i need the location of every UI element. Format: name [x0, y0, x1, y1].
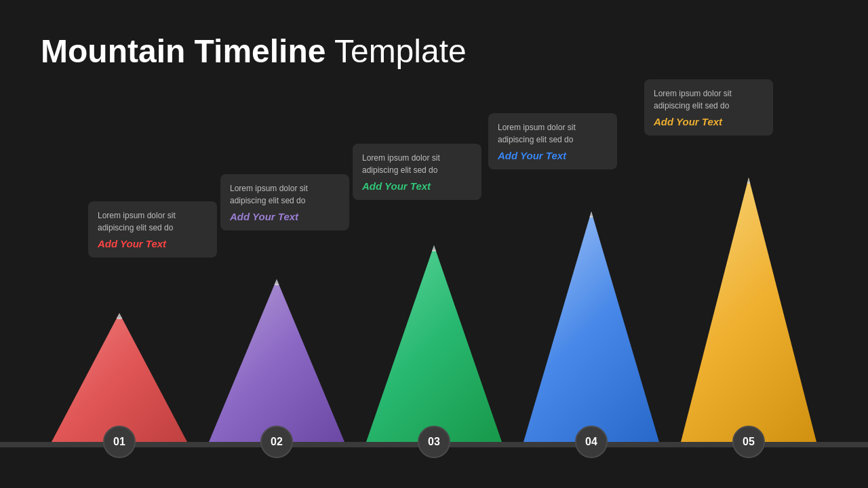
mountain-3: 03: [366, 245, 502, 442]
cta-1: Add Your Text: [98, 238, 208, 249]
triangle-3: [366, 245, 502, 442]
desc-4: Lorem ipsum dolor sit adipiscing elit se…: [498, 121, 608, 146]
triangle-5: [681, 178, 816, 442]
peak-dot-2: [271, 273, 283, 285]
peak-dot-1: [113, 307, 125, 319]
badge-5: 05: [732, 426, 765, 458]
mountain-4: 04: [524, 211, 659, 442]
cta-5: Add Your Text: [654, 116, 764, 127]
title-bold: Mountain Timeline: [41, 33, 326, 69]
info-box-5: Lorem ipsum dolor sit adipiscing elit se…: [644, 79, 773, 136]
info-box-1: Lorem ipsum dolor sit adipiscing elit se…: [88, 201, 217, 258]
cta-2: Add Your Text: [230, 211, 340, 222]
mountain-5: 05: [681, 178, 816, 442]
mountain-2: 02: [209, 279, 344, 442]
info-box-3: Lorem ipsum dolor sit adipiscing elit se…: [353, 144, 481, 200]
peak-dot-3: [428, 239, 440, 251]
badge-4: 04: [575, 426, 608, 458]
peak-dot-5: [743, 171, 755, 184]
triangle-1: [52, 313, 187, 442]
info-box-4: Lorem ipsum dolor sit adipiscing elit se…: [488, 113, 617, 169]
peak-dot-4: [585, 205, 597, 218]
page-title: Mountain Timeline Template: [41, 33, 467, 70]
desc-1: Lorem ipsum dolor sit adipiscing elit se…: [98, 209, 208, 234]
mountain-1: 01: [52, 313, 187, 442]
desc-3: Lorem ipsum dolor sit adipiscing elit se…: [362, 152, 472, 176]
cta-3: Add Your Text: [362, 180, 472, 192]
badge-2: 02: [260, 426, 293, 458]
badge-1: 01: [103, 426, 136, 458]
desc-2: Lorem ipsum dolor sit adipiscing elit se…: [230, 182, 340, 207]
title-light: Template: [326, 33, 466, 69]
triangle-2: [209, 279, 344, 442]
triangle-4: [524, 211, 659, 442]
cta-4: Add Your Text: [498, 150, 608, 161]
info-box-2: Lorem ipsum dolor sit adipiscing elit se…: [220, 174, 349, 230]
title-area: Mountain Timeline Template: [41, 33, 467, 70]
desc-5: Lorem ipsum dolor sit adipiscing elit se…: [654, 87, 764, 112]
badge-3: 03: [418, 426, 450, 458]
